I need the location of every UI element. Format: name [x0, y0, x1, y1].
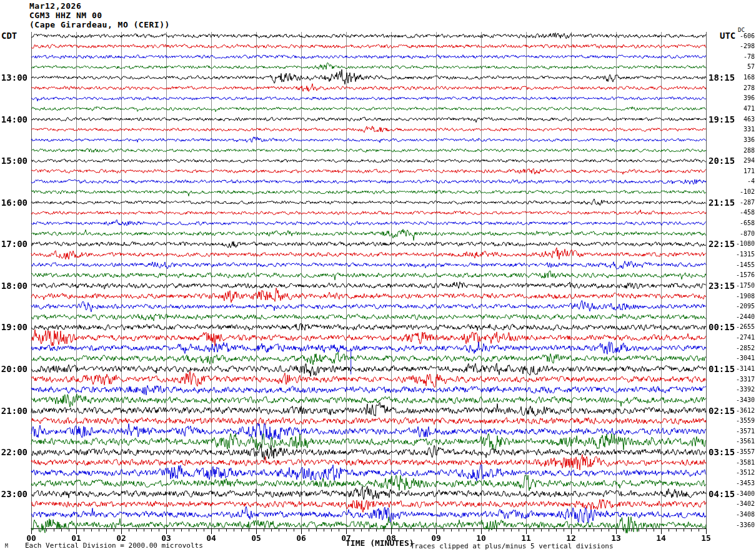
seismogram-plot [0, 0, 756, 554]
cdt-time-label: 14:00 [0, 115, 27, 124]
minute-label: 09 [429, 533, 444, 543]
dc-value: 278 [734, 85, 755, 91]
logo-mark: M [5, 543, 8, 549]
dc-value: -3041 [734, 355, 755, 361]
cdt-time-label: 21:00 [0, 406, 27, 415]
cdt-time-label: 17:00 [0, 239, 27, 248]
minute-label: 11 [519, 533, 534, 543]
dc-value: -2852 [734, 345, 755, 351]
minute-label: 10 [474, 533, 489, 543]
dc-value: 331 [734, 126, 755, 133]
utc-time-label: 02:15 [709, 406, 735, 415]
dc-value: 294 [734, 158, 755, 164]
dc-value: -1455 [734, 262, 755, 268]
dc-value: -3512 [734, 470, 755, 476]
cdt-time-label: 22:00 [0, 448, 27, 456]
helicorder-page: Mar12,2026 CGM3 HHZ NM 00 (Cape Girardea… [0, 0, 756, 554]
dc-value: -2095 [734, 303, 755, 310]
dc-value: -3360 [734, 522, 755, 528]
dc-value: -298 [734, 43, 755, 49]
dc-value: -1908 [734, 293, 755, 300]
dc-value: -606 [734, 33, 755, 39]
cdt-time-label: 23:00 [0, 490, 27, 498]
dc-value: -3430 [734, 397, 755, 403]
dc-value: -3408 [734, 511, 755, 518]
cdt-time-label: 15:00 [0, 156, 27, 165]
utc-time-label: 18:15 [709, 73, 735, 82]
dc-value: 171 [734, 168, 755, 174]
clip-note: Traces clipped at plus/minus 5 vertical … [410, 542, 614, 550]
minute-label: 06 [294, 533, 309, 543]
dc-value: -3557 [734, 449, 755, 455]
dc-value: -3400 [734, 491, 755, 497]
dc-value: 396 [734, 95, 755, 101]
dc-value: -3317 [734, 376, 755, 383]
cdt-time-label: 18:00 [0, 281, 27, 290]
utc-time-label: 22:15 [709, 239, 735, 248]
minute-label: 04 [204, 533, 219, 543]
dc-value: -1750 [734, 283, 755, 289]
dc-value: -1315 [734, 251, 755, 258]
utc-time-label: 21:15 [709, 198, 735, 207]
dc-value: -3612 [734, 408, 755, 414]
dc-value: 463 [734, 116, 755, 123]
minute-label: 12 [564, 533, 579, 543]
dc-value: -2440 [734, 314, 755, 320]
utc-time-label: 03:15 [709, 448, 735, 456]
dc-value: 168 [734, 74, 755, 81]
dc-value: -3559 [734, 418, 755, 424]
minute-label: 15 [699, 533, 714, 543]
scale-note: Each Vertical Division = 2000.00 microvo… [25, 541, 203, 550]
dc-value: -3141 [734, 366, 755, 372]
dc-value: 336 [734, 137, 755, 143]
cdt-time-label: 16:00 [0, 198, 27, 207]
cdt-time-label: 13:00 [0, 73, 27, 82]
dc-value: -3581 [734, 460, 755, 466]
dc-value: -3571 [734, 428, 755, 435]
utc-time-label: 20:15 [709, 156, 735, 165]
dc-value: -1576 [734, 272, 755, 278]
dc-value: -287 [734, 199, 755, 206]
utc-time-label: 23:15 [709, 281, 735, 290]
dc-value: 288 [734, 148, 755, 154]
dc-value: -658 [734, 220, 755, 226]
x-axis-title: TIME (MINUTES) [346, 538, 414, 548]
dc-value: -2741 [734, 335, 755, 341]
utc-time-label: 19:15 [709, 115, 735, 124]
dc-value: 57 [734, 64, 755, 70]
dc-value: -3561 [734, 438, 755, 445]
dc-value: -3392 [734, 386, 755, 393]
dc-value: -1080 [734, 241, 755, 247]
dc-value: -78 [734, 54, 755, 60]
dc-value: -4 [734, 178, 755, 184]
dc-value: 471 [734, 106, 755, 112]
minute-label: 14 [654, 533, 669, 543]
dc-value: -458 [734, 209, 755, 216]
dc-value: -3453 [734, 480, 755, 486]
utc-time-label: 04:15 [709, 490, 735, 498]
minute-label: 05 [249, 533, 264, 543]
dc-value: -870 [734, 231, 755, 237]
dc-value: -102 [734, 189, 755, 195]
utc-time-label: 00:15 [709, 323, 735, 331]
cdt-time-label: 20:00 [0, 365, 27, 373]
minute-label: 13 [609, 533, 624, 543]
utc-time-label: 01:15 [709, 365, 735, 373]
dc-value: -3402 [734, 501, 755, 507]
cdt-time-label: 19:00 [0, 323, 27, 331]
dc-value: -2655 [734, 324, 755, 330]
